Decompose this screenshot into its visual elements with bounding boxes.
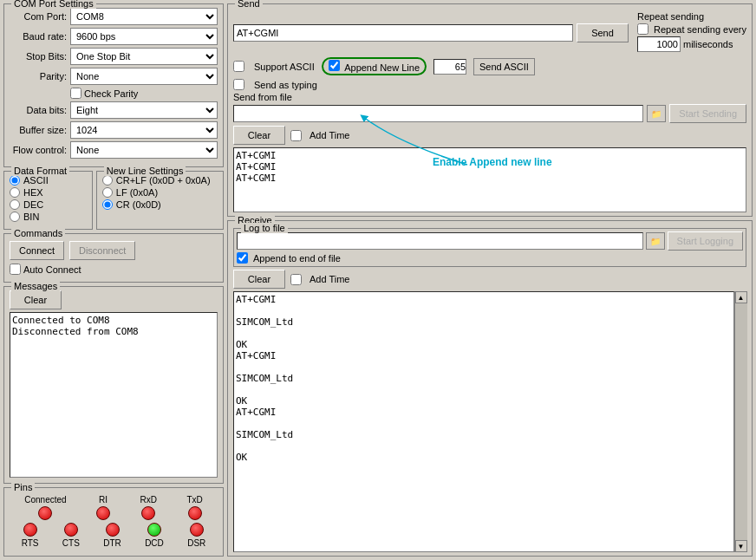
pin-txd: TxD [186,495,202,520]
repeat-checkbox[interactable] [637,23,648,35]
pin-dcd-led [147,523,161,537]
cr-radio[interactable] [102,199,113,210]
append-new-line-container: Append New Line [322,57,427,75]
cr-label: CR (0x0D) [116,199,161,210]
scroll-up-button[interactable]: ▲ [735,291,747,303]
scroll-track [735,303,747,540]
pin-rts: RTS [22,523,39,548]
crlf-label: CR+LF (0x0D + 0x0A) [116,175,211,186]
bin-label: BIN [23,212,39,222]
com-port-label: Com Port: [10,11,70,22]
dec-label: DEC [23,199,43,210]
disconnect-button[interactable]: Disconnect [69,241,135,260]
support-ascii-checkbox[interactable] [233,61,244,72]
pin-rxd-led [141,506,155,520]
log-folder-icon: 📁 [650,237,661,246]
repeat-section: Repeat sending Repeat sending every mili… [637,11,746,54]
repeat-every-label: Repeat sending every [654,24,746,35]
baud-rate-label: Baud rate: [10,31,70,42]
new-line-settings-group: New Line Settings CR+LF (0x0D + 0x0A) LF… [96,171,224,230]
receive-scrollbar[interactable]: ▲ ▼ [734,291,746,552]
folder-icon: 📁 [651,109,662,119]
send-file-browse-button[interactable]: 📁 [647,105,666,122]
send-add-time-label: Add Time [310,130,349,140]
start-sending-button[interactable]: Start Sending [669,104,746,123]
receive-textarea[interactable]: AT+CGMI SIMCOM_Ltd OK AT+CGMI SIMCOM_Ltd… [233,291,734,552]
com-port-select[interactable]: COM8 [70,8,218,25]
pins-group: Pins Connected RI RxD TxD [3,487,224,557]
ascii-radio[interactable] [10,175,20,186]
append-new-line-checkbox[interactable] [329,60,340,71]
crlf-radio[interactable] [102,175,113,186]
send-add-time-checkbox[interactable] [290,130,302,141]
receive-clear-button[interactable]: Clear [233,270,285,289]
pins-title: Pins [11,482,35,492]
stop-bits-select[interactable]: One Stop Bit [70,48,218,65]
hex-radio[interactable] [10,187,20,198]
data-bits-label: Data bits: [10,105,70,115]
send-clear-button[interactable]: Clear [233,126,285,145]
dec-radio[interactable] [10,199,20,210]
send-ascii-button[interactable]: Send ASCII [473,58,535,75]
check-parity-label: Check Parity [84,88,138,99]
new-line-title: New Line Settings [104,166,186,176]
send-file-input[interactable] [233,105,643,122]
buffer-size-label: Buffer size: [10,125,70,135]
send-as-typing-label: Send as typing [254,80,317,90]
send-command-input[interactable] [233,24,573,42]
com-port-settings-group: COM Port Settings Com Port: COM8 Baud ra… [3,3,224,167]
flow-control-label: Flow control: [10,145,70,155]
messages-group: Messages Clear Connected to COM8 Disconn… [3,286,224,484]
send-from-file-label: Send from file [233,92,746,102]
bin-radio[interactable] [10,212,20,222]
pin-ri: RI [96,495,110,520]
scroll-down-button[interactable]: ▼ [735,540,747,552]
send-button[interactable]: Send [577,23,629,42]
com-port-settings-title: COM Port Settings [11,0,96,9]
pin-cts: CTS [62,523,80,548]
log-to-file-label: Log to file [241,223,288,233]
auto-connect-checkbox[interactable] [10,264,21,275]
log-to-file-box: Log to file 📁 Start Logging Append to en… [233,228,746,267]
stop-bits-label: Stop Bits: [10,51,70,62]
pin-ri-led [96,506,110,520]
messages-title: Messages [11,281,60,291]
ascii-label: ASCII [23,175,49,186]
pin-dtr: DTR [103,523,121,548]
data-bits-select[interactable]: Eight [70,101,218,119]
messages-clear-button[interactable]: Clear [10,290,62,309]
pin-rxd: RxD [140,495,157,520]
send-group: Send Send Repeat sending Repeat sending … [227,3,753,217]
append-to-file-checkbox[interactable] [237,252,248,264]
baud-rate-select[interactable]: 9600 bps [70,28,218,45]
send-as-typing-checkbox[interactable] [233,79,244,90]
receive-add-time-checkbox[interactable] [290,274,302,285]
start-logging-button[interactable]: Start Logging [668,231,743,251]
receive-group: Receive Log to file 📁 Start Logging Appe… [227,220,753,557]
connect-button[interactable]: Connect [10,241,64,260]
repeat-ms-input[interactable] [637,36,681,52]
lf-label: LF (0x0A) [116,187,158,198]
receive-add-time-label: Add Time [310,274,349,284]
commands-group: Commands Connect Disconnect Auto Connect [3,233,224,283]
lf-radio[interactable] [102,187,113,198]
buffer-size-select[interactable]: 1024 [70,121,218,139]
char-count-input[interactable] [433,59,466,75]
hex-label: HEX [23,187,43,198]
log-file-browse-button[interactable]: 📁 [646,232,665,250]
send-title: Send [235,0,263,9]
pin-dtr-led [106,523,120,537]
pin-cts-led [64,523,78,537]
pin-connected-led [38,506,52,520]
auto-connect-label: Auto Connect [23,264,81,275]
pin-dcd: DCD [145,523,164,548]
check-parity-checkbox[interactable] [70,88,81,99]
parity-select[interactable]: None [70,68,218,85]
flow-control-select[interactable]: None [70,141,218,159]
pin-txd-led [188,506,202,520]
support-ascii-label: Support ASCII [254,62,315,72]
messages-textarea[interactable]: Connected to COM8 Disconnected from COM8 [10,312,218,478]
log-file-input[interactable] [237,232,643,250]
send-textarea[interactable]: AT+CGMI AT+CGMI AT+CGMI [233,147,746,212]
repeat-title: Repeat sending [637,11,746,22]
